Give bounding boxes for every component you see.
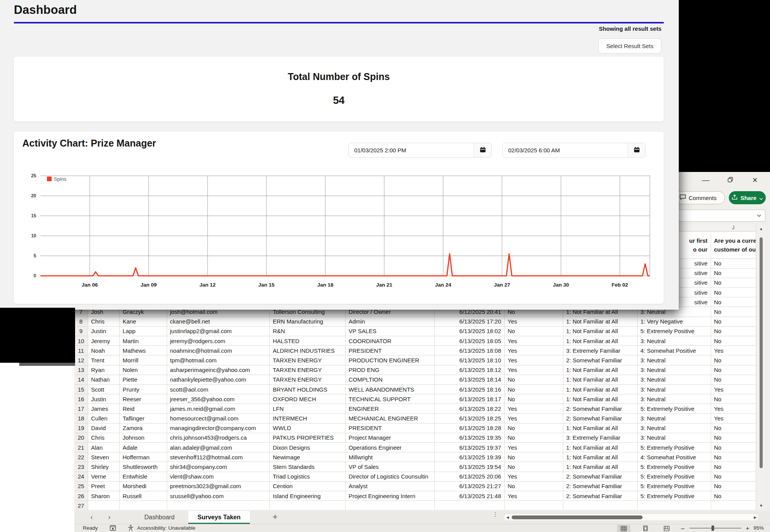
row-number[interactable]: 8 (74, 317, 88, 326)
cell-title[interactable]: COORDINATOR (345, 336, 434, 346)
cell-company[interactable]: Stern Standards (270, 462, 345, 472)
cell-email[interactable]: shir34@company.com (167, 462, 270, 472)
cell-first-name[interactable]: James (88, 404, 119, 414)
cell-title[interactable]: Analyst (345, 481, 434, 491)
accessibility-icon[interactable] (127, 525, 134, 532)
cell-first-name[interactable]: Sharon (88, 491, 119, 501)
row-number[interactable]: 18 (74, 414, 88, 423)
cell-title[interactable]: Millwright (345, 452, 434, 462)
cell-title[interactable]: Project Engineering Intern (345, 491, 434, 501)
cell-title[interactable]: Admin (345, 317, 434, 326)
cell-current-customer[interactable]: Yes (711, 346, 756, 355)
cell-current-customer[interactable]: No (711, 307, 756, 317)
cell-last-name[interactable]: Piette (119, 375, 167, 384)
minimize-button[interactable]: — (697, 174, 714, 186)
cell-familiarity[interactable]: 2: Somewhat Familiar (563, 355, 637, 365)
tab-back-arrow[interactable]: ‹ (90, 513, 93, 521)
cell-flag[interactable]: Yes (504, 355, 563, 365)
cell-current-customer[interactable]: No (711, 297, 756, 307)
status-accessibility[interactable]: Accessibility: Unavailable (137, 525, 196, 531)
cell-current-customer[interactable]: No (711, 443, 756, 452)
vertical-scrollbar[interactable]: ▲ ▼ (756, 224, 766, 511)
cell-title[interactable]: PRODUCTION ENGINEER (345, 355, 434, 365)
row-number[interactable]: 17 (74, 404, 88, 414)
cell-sentiment[interactable]: 3: Neutral (637, 336, 711, 346)
cell-company[interactable]: Newimage (270, 452, 345, 462)
cell-email[interactable]: jeremy@rodgers.com (167, 336, 270, 346)
cell-title[interactable]: Operations Engineer (345, 443, 434, 452)
cell-sentiment[interactable]: 3: Neutral (637, 433, 711, 442)
cell-company[interactable]: OXFORD MECH (270, 394, 345, 404)
cell-datetime[interactable]: 6/13/2025 18:02 (434, 326, 504, 336)
row-number[interactable]: 13 (74, 365, 88, 375)
cell-sentiment[interactable]: 5: Extremely Positive (637, 491, 711, 501)
page-break-view-icon[interactable] (660, 525, 673, 532)
cell-company[interactable]: INTERMECH (270, 414, 345, 423)
cell-flag[interactable]: No (504, 462, 563, 472)
cell-familiarity[interactable]: 1: Not Familiar at All (563, 365, 637, 375)
cell-current-customer[interactable]: No (711, 394, 756, 404)
cell-sentiment[interactable]: 5: Extremely Positive (637, 462, 711, 472)
header-cell-clipped-j[interactable]: Are you a currecustomer of ou (711, 232, 756, 258)
cell-title[interactable]: TECHNICAL SUPPORT (345, 394, 434, 404)
cell-familiarity[interactable]: 3: Extremely Familiar (563, 346, 637, 355)
cell-email[interactable]: preetmors3023@gmail.com (167, 481, 270, 491)
cell-current-customer[interactable]: Yes (711, 414, 756, 423)
cell-familiarity[interactable]: 1: Not Familiar at All (563, 336, 637, 346)
cell-sentiment[interactable]: 3: Neutral (637, 365, 711, 375)
cell-datetime[interactable]: 6/13/2025 18:17 (434, 394, 504, 404)
cell-first-name[interactable]: Ryan (88, 365, 119, 375)
cell-company[interactable]: TARXEN ENERGY (270, 375, 345, 384)
cell-company[interactable]: LFN (270, 404, 345, 414)
close-button[interactable]: × (747, 174, 763, 186)
cell-familiarity[interactable]: 1: Not Familiar at All (563, 443, 637, 452)
zoom-level[interactable]: 95% (753, 525, 764, 531)
cell-title[interactable]: VP of Sales (345, 462, 434, 472)
cell-email[interactable]: managingdirector@company.com (167, 423, 270, 433)
cell-familiarity[interactable]: 1: Not Familiar at All (563, 452, 637, 462)
cell-flag[interactable]: No (504, 375, 563, 384)
cell-familiarity[interactable]: 1: Not Familiar at All (563, 375, 637, 384)
cell-familiarity[interactable]: 1: Not Familiar at All (563, 394, 637, 404)
cell-datetime[interactable]: 6/13/2025 18:16 (434, 384, 504, 394)
cell-title[interactable]: Director of Logistics Counsultin (345, 472, 434, 481)
zoom-in-button[interactable]: + (746, 525, 749, 532)
cell-email[interactable]: noahminc@hotmail.com (167, 346, 270, 355)
cell-datetime[interactable]: 6/13/2025 18:28 (434, 423, 504, 433)
row-number[interactable]: 21 (74, 443, 88, 452)
cell-company[interactable]: HALSTED (270, 336, 345, 346)
cell-company[interactable]: R&N (270, 326, 345, 336)
row-number[interactable]: 10 (74, 336, 88, 346)
cell-datetime[interactable]: 6/13/2025 18:10 (434, 355, 504, 365)
cell-flag[interactable]: Yes (504, 443, 563, 452)
row-number[interactable]: 20 (74, 433, 88, 442)
column-letter-j[interactable]: J (711, 225, 756, 230)
cell-current-customer[interactable]: Yes (711, 404, 756, 414)
cell-flag[interactable]: No (504, 394, 563, 404)
cell-first-name[interactable]: Cullen (88, 414, 119, 423)
cell-last-name[interactable]: Kane (119, 317, 167, 326)
cell-flag[interactable]: Yes (504, 346, 563, 355)
cell-familiarity[interactable]: 3: Extremely Familiar (563, 433, 637, 442)
cell-familiarity[interactable]: 1: Not Familiar at All (563, 423, 637, 433)
cell-sentiment[interactable]: 3: Neutral (637, 414, 711, 423)
vertical-scroll-thumb[interactable] (760, 237, 763, 468)
cell-datetime[interactable]: 6/13/2025 18:22 (434, 404, 504, 414)
cell-email[interactable]: chris.johnson453@rodgers.ca (167, 433, 270, 442)
cell-datetime[interactable]: 6/13/2025 20:06 (434, 472, 504, 481)
scroll-left-icon[interactable]: ◀ (506, 515, 509, 519)
cell-flag[interactable]: Yes (504, 472, 563, 481)
cell-sentiment[interactable] (637, 501, 711, 510)
cell-flag[interactable]: No (504, 326, 563, 336)
cell-first-name[interactable]: Jeremy (88, 336, 119, 346)
cell-sentiment[interactable]: 5: Extremely Positive (637, 326, 711, 336)
scroll-right-icon[interactable]: ▶ (754, 515, 757, 519)
cell-first-name[interactable]: Verne (88, 472, 119, 481)
cell-last-name[interactable]: Taflinger (119, 414, 167, 423)
row-number[interactable]: 15 (74, 384, 88, 394)
cell-email[interactable]: tpm@hotmail.com (167, 355, 270, 365)
cell-current-customer[interactable]: No (711, 375, 756, 384)
cell-datetime[interactable]: 6/13/2025 19:39 (434, 452, 504, 462)
cell-first-name[interactable]: Justin (88, 394, 119, 404)
cell-title[interactable]: PRESIDENT (345, 346, 434, 355)
